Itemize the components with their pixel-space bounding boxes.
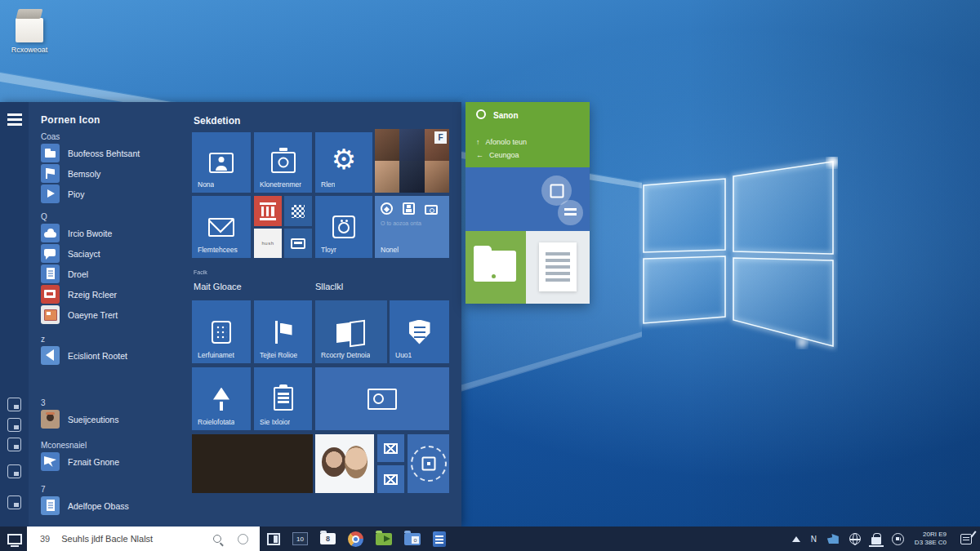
start-tile[interactable]: hush [254,229,282,258]
start-tile-tejtei-rolioe[interactable]: Tejtei Rolioe [254,300,312,363]
rail-shortcut-icon[interactable] [7,495,21,509]
start-tile-flemtehcees[interactable]: Flemtehcees [192,196,251,258]
start-tile[interactable] [284,196,312,226]
kite-icon [41,452,60,471]
start-tile-uuo1[interactable]: Uuo1 [390,300,449,363]
app-item-label: Ecisliont Rootet [68,351,127,361]
app-list-item[interactable]: Adelfope Obass [29,495,188,516]
photo-live-tile[interactable] [192,434,313,493]
app-section-label: 3 [41,398,188,407]
tile-label: Uuo1 [395,351,412,359]
start-tile-rlen[interactable]: Rlen [315,132,372,193]
app-section-label: z [41,335,188,344]
arrow-left-icon: ← [476,151,483,159]
app-item-label: Ircio Bwoite [68,229,112,238]
desktop-icon-recycle[interactable]: Rcxoweoat [5,7,54,54]
blue-folder-app-icon[interactable] [404,533,421,545]
show-hidden-icons-arrow[interactable] [792,536,800,542]
start-tile-tloyr[interactable]: Tloyr [315,196,372,258]
search-placeholder-text: Seuhls jldf Bacle Nlalst [61,534,213,544]
app-list-item[interactable]: Ircio Bwoite [29,223,188,243]
app-list-item[interactable]: Pioy [29,184,188,204]
flag-icon [41,164,60,183]
start-tile[interactable] [377,434,404,462]
taskbar-search-box[interactable]: 39 Seuhls jldf Bacle Nlalst [27,527,260,551]
start-button-monitor-icon[interactable] [7,534,22,544]
heart-circle-icon [381,202,393,215]
app-list-item[interactable]: Bemsoly [29,163,188,184]
start-tile-lerfuinamet[interactable]: Lerfuinamet [192,300,251,363]
task-view-icon[interactable] [267,533,280,545]
app-list-item[interactable]: Droel [29,264,188,284]
box-icon [16,18,43,42]
folder-tile[interactable] [466,231,526,304]
tile-label: Nona [198,180,214,189]
hamburger-menu-button[interactable] [7,113,22,127]
desktop-icon-label: Rcxoweoat [5,46,54,54]
search-icon[interactable] [213,535,221,543]
start-tiles-pane: Sekdetion Facik Mait Gloace Sllaclkl Non… [188,102,461,527]
arrow-up-icon: ↑ [476,138,480,146]
start-app-list: Pornen Icon CoasBuofeoss BehtsantBemsoly… [29,102,188,527]
list-circle-icon[interactable] [558,200,583,225]
hamburger-icon [7,113,22,116]
app-list-header: Pornen Icon [41,114,188,126]
app-item-label: Saciayct [68,249,100,259]
app-item-label: Sueijceutions [68,415,118,424]
rail-shortcut-icon[interactable] [7,438,21,451]
folder-icon [41,144,60,162]
start-tile-roielofotata[interactable]: Roielofotata [192,367,251,430]
document-tile[interactable] [526,231,590,304]
app-item-label: Bemsoly [68,169,100,179]
app-item-label: Oaeyne Trert [68,310,118,320]
rail-shortcut-icon[interactable] [7,418,21,432]
app-list-item[interactable]: Buofeoss Behtsant [29,143,188,163]
globe-network-icon[interactable] [849,533,861,544]
security-lock-icon[interactable] [871,537,881,544]
volume-icon[interactable] [892,533,904,545]
people-faces-tile[interactable] [315,434,374,493]
touch-network-icon[interactable] [827,534,839,544]
start-tile-nonel[interactable]: O to aozoa ontaNonel [375,196,449,258]
photo-collage-tile[interactable]: F [375,129,449,193]
app-list-item[interactable]: Fznait Gnone [29,451,188,472]
app-list-item[interactable]: Oaeyne Trert [29,304,188,325]
sync-circle-tile[interactable] [408,434,449,493]
rail-shortcut-icon[interactable] [7,464,21,478]
start-tile-klonetrenmer[interactable]: Klonetrenmer [254,132,312,193]
contact-face-left [322,447,346,477]
browser-icon[interactable] [348,531,363,547]
start-tile[interactable] [284,229,312,258]
cortana-circle-icon[interactable] [238,534,248,544]
green-share-app-icon[interactable] [376,533,392,545]
popup-menu-item[interactable]: ← Ceungoa [476,151,519,159]
start-tile[interactable] [315,367,449,430]
rail-icon-group [0,398,29,509]
rail-shortcut-icon[interactable] [7,398,21,411]
app-list-item[interactable]: Sueijceutions [29,409,188,429]
popup-menu-item[interactable]: ↑ Afonolo teun [476,138,527,146]
app-list-item[interactable]: Rzeig Rcleer [29,284,188,304]
popup-preview-section [466,167,590,231]
screen: Rcxoweoat Pornen Icon CoasBuofeoss Behts… [0,0,980,551]
contact-face-right [345,446,368,478]
start-menu-panel: Pornen Icon CoasBuofeoss BehtsantBemsoly… [0,102,461,527]
app-list-item[interactable]: Saciayct [29,243,188,264]
start-tile-rcocrty-detnoia[interactable]: Rcocrty Detnoia [315,300,387,363]
word-document-app-icon[interactable] [433,531,446,547]
file-explorer-icon[interactable]: 8 [320,533,336,544]
start-tile[interactable] [254,196,282,226]
action-center-icon[interactable] [960,534,972,544]
start-tile[interactable] [377,465,404,493]
taskbar-clock[interactable]: 20RI E9 D3 38E C0 [915,531,947,547]
search-prefix: 39 [40,534,50,544]
mailx-icon [377,465,404,493]
start-tile-sie-ixloior[interactable]: Sie Ixloior [254,367,312,430]
app-list-item[interactable]: Ecisliont Rootet [29,345,188,366]
start-tile-nona[interactable]: Nona [192,132,251,193]
document-icon [539,242,577,291]
save-disk-icon [403,202,415,215]
windows10-app-icon[interactable]: 10 [292,532,308,545]
tray-letter-icon[interactable]: N [811,535,817,544]
tile-label: Sie Ixloior [260,418,290,426]
